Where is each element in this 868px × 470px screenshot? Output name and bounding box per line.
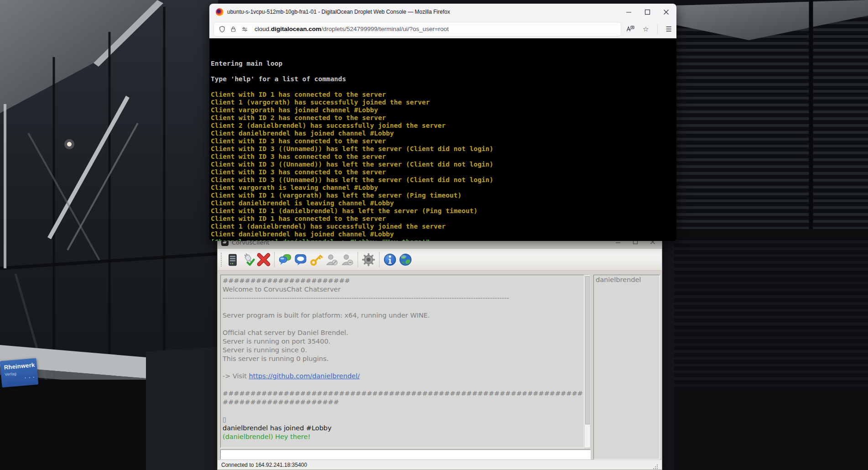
url-bar[interactable]: cloud.digitalocean.com/droplets/52479999…: [214, 22, 621, 36]
translate-icon[interactable]: [626, 25, 634, 33]
terminal-line: Client with ID 3 ((Unnamed)) has left th…: [211, 176, 676, 184]
terminal-line: Client vargorath has joined channel #Lob…: [211, 106, 676, 114]
toolbar-grip[interactable]: [221, 253, 222, 266]
chat-line: Server program is built for platform: x6…: [223, 311, 583, 320]
terminal-line: [211, 83, 676, 91]
resize-grip[interactable]: [653, 464, 658, 470]
toolbar-separator: [358, 252, 358, 267]
chat-line: [223, 303, 583, 311]
website-globe-icon[interactable]: [398, 252, 413, 267]
menu-hamburger-icon[interactable]: ☰: [666, 26, 672, 32]
shield-icon[interactable]: [218, 26, 226, 33]
terminal-line: Client with ID 3 has connected to the se…: [211, 137, 676, 145]
settings-icon[interactable]: [361, 252, 376, 267]
terminal-line: [Channel message] danielbrendel -> #Lobb…: [211, 238, 676, 241]
sign-text: Rheinwerk: [4, 361, 34, 371]
terminal[interactable]: Entering main loop Type 'help' for a lis…: [209, 39, 676, 241]
key-icon[interactable]: [308, 252, 324, 267]
terminal-line: Client with ID 3 ((Unnamed)) has left th…: [211, 161, 676, 168]
chat-line: Server is running on port 35400.: [223, 337, 583, 346]
chat-line: This server is running 0 plugins.: [223, 355, 583, 363]
minimize-button[interactable]: [626, 9, 632, 15]
terminal-line: Client vargorath is leaving channel #Lob…: [211, 184, 676, 192]
chat-line: danielbrendel has joined #Lobby: [223, 424, 583, 433]
server-icon[interactable]: [225, 252, 240, 267]
terminal-line: Type 'help' for a list of commands: [211, 75, 676, 83]
close-button[interactable]: [663, 9, 669, 15]
toolbar-separator: [379, 252, 379, 267]
corvusclient-window: CorvusClient: [217, 236, 662, 470]
chat-line: [223, 320, 583, 329]
navbar-separator: [657, 24, 658, 34]
info-icon[interactable]: [382, 252, 398, 267]
terminal-line: Client with ID 3 has connected to the se…: [211, 168, 676, 176]
chat-line: ----------------------------------------…: [223, 294, 583, 303]
url-domain: digitalocean.com: [271, 26, 321, 32]
chat-line: #######################: [223, 277, 583, 285]
chat-line: Official chat server by Daniel Brendel.: [223, 329, 583, 337]
chat-message-icon[interactable]: [293, 252, 308, 267]
chat-line: (danielbrendel) Hey there!: [223, 433, 583, 441]
terminal-line: Client with ID 1 has connected to the se…: [211, 215, 676, 223]
chat-scrollbar[interactable]: [584, 275, 591, 448]
chat-input[interactable]: [220, 449, 591, 460]
terminal-line: Client with ID 1 has connected to the se…: [211, 91, 676, 99]
chat-channels-icon[interactable]: [277, 252, 293, 267]
terminal-line: [211, 68, 676, 75]
chat-line: ▯: [223, 415, 583, 424]
corvus-body: #######################Welcome to Corvus…: [218, 271, 662, 460]
chat-line: [223, 407, 583, 415]
chat-line: [223, 381, 583, 389]
terminal-output: Entering main loop Type 'help' for a lis…: [211, 60, 676, 241]
terminal-line: Client with ID 1 (vargorath) has left th…: [211, 192, 676, 199]
terminal-line: Client 1 (danielbrendel) has successfull…: [211, 223, 676, 230]
firefox-window-title: ubuntu-s-1vcpu-512mb-10gb-fra1-01 - Digi…: [227, 9, 626, 15]
building-sign: Rheinwerk Verlag • • •: [0, 358, 38, 388]
terminal-line: Entering main loop: [211, 60, 676, 68]
chat-line: -> Visit https://github.com/danielbrende…: [223, 372, 583, 381]
connection-status: Connected to 164.92.241.18:35400: [221, 462, 307, 468]
terminal-line: Client with ID 3 has connected to the se…: [211, 153, 676, 161]
maximize-button[interactable]: [645, 9, 650, 15]
url-path: /droplets/524799999/terminal/ui/?os_user…: [321, 26, 449, 32]
terminal-line: Client 2 (danielbrendel) has successfull…: [211, 122, 676, 130]
url-subdomain: cloud.: [255, 26, 271, 32]
chat-line-prefix: -> Visit: [223, 372, 249, 380]
terminal-line: Client with ID 3 ((Unnamed)) has left th…: [211, 145, 676, 153]
corvus-toolbar: [218, 249, 662, 271]
terminal-line: Client with ID 1 (danielbrendel) has lef…: [211, 207, 676, 215]
chat-line: Welcome to CorvusChat Chatserver: [223, 285, 583, 294]
toolbar-separator: [274, 252, 275, 267]
terminal-line: Client danielbrendel is leaving channel …: [211, 199, 676, 207]
disconnect-icon[interactable]: [256, 252, 271, 267]
github-link[interactable]: https://github.com/danielbrendel/: [249, 372, 360, 380]
url-text[interactable]: cloud.digitalocean.com/droplets/52479999…: [255, 26, 449, 32]
desktop: Rheinwerk Verlag • • • CorvusClient: [0, 0, 868, 470]
user-remove-icon[interactable]: [339, 252, 355, 267]
chat-log[interactable]: #######################Welcome to Corvus…: [220, 275, 584, 448]
user-block-icon[interactable]: [324, 252, 339, 267]
connect-icon[interactable]: [240, 252, 256, 267]
chat-scrollbar-thumb[interactable]: [585, 276, 590, 424]
firefox-logo-icon: [216, 8, 223, 16]
firefox-titlebar[interactable]: ubuntu-s-1vcpu-512mb-10gb-fra1-01 - Digi…: [209, 4, 676, 20]
terminal-line: Client with ID 2 has connected to the se…: [211, 114, 676, 122]
corvus-statusbar: Connected to 164.92.241.18:35400: [218, 460, 662, 470]
permissions-icon[interactable]: [241, 26, 249, 33]
user-list[interactable]: danielbrendel: [593, 275, 660, 460]
terminal-line: Client 1 (vargorath) has successfully jo…: [211, 99, 676, 106]
chat-line: Server is running since 0.: [223, 346, 583, 355]
terminal-line: Client danielbrendel has joined channel …: [211, 130, 676, 137]
terminal-line: Client danielbrendel has joined channel …: [211, 230, 676, 238]
firefox-window: ubuntu-s-1vcpu-512mb-10gb-fra1-01 - Digi…: [209, 4, 676, 241]
lock-icon[interactable]: [230, 26, 237, 33]
bookmark-star-icon[interactable]: ☆: [643, 26, 649, 32]
chat-line: [223, 363, 583, 372]
chat-line: ########################################…: [223, 389, 583, 407]
firefox-navbar: cloud.digitalocean.com/droplets/52479999…: [209, 20, 676, 38]
user-list-item[interactable]: danielbrendel: [596, 276, 658, 285]
